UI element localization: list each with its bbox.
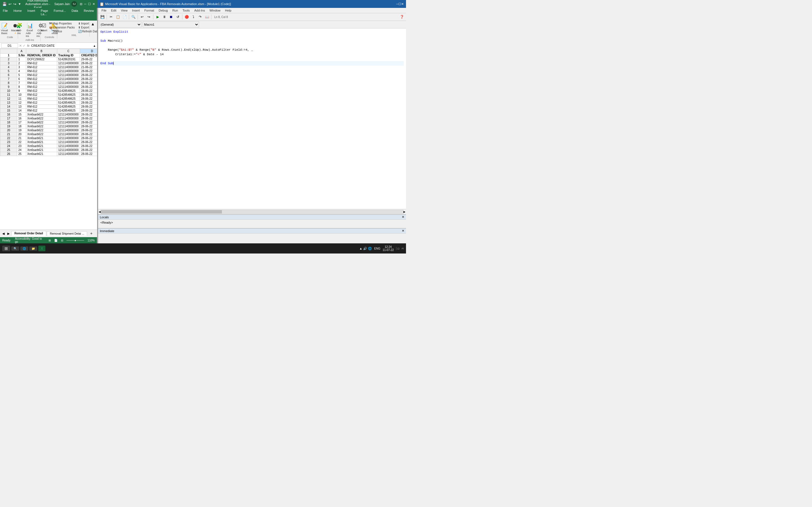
cell-B19[interactable]: Xm6sarb622: [26, 124, 57, 128]
expansion-packs-button[interactable]: 📦 Expansion Packs: [48, 25, 76, 29]
cell-A17[interactable]: 16: [17, 117, 26, 121]
cell-d1[interactable]: CREATED DATE: [80, 54, 97, 57]
ribbon-collapse-button[interactable]: ▲: [91, 22, 95, 26]
vba-help-btn[interactable]: ❓: [399, 14, 405, 20]
cell-B16[interactable]: Xm6sarb622: [26, 113, 57, 117]
cell-D5[interactable]: 28-06-22: [80, 69, 97, 73]
taskbar-explorer[interactable]: 📁: [29, 246, 37, 251]
close-icon[interactable]: ✕: [93, 2, 95, 6]
cell-A18[interactable]: 17: [17, 121, 26, 124]
vba-breakpoint-btn[interactable]: 🔴: [184, 14, 190, 20]
cell-A9[interactable]: 8: [17, 85, 26, 89]
vba-code-area[interactable]: Option Explicit Sub Macro1() Range("$A1:…: [98, 29, 406, 209]
vba-save-btn[interactable]: 💾: [99, 14, 105, 20]
cell-B24[interactable]: Xm6sarb621: [26, 144, 57, 148]
cell-A21[interactable]: 20: [17, 132, 26, 136]
cell-B15[interactable]: RM-612: [26, 109, 57, 113]
formula-confirm-icon[interactable]: ✓: [23, 44, 26, 48]
cell-D25[interactable]: 28-06-22: [80, 148, 97, 152]
insert-control-button[interactable]: ☑ Insert: [39, 22, 49, 35]
cell-C5[interactable]: 1211140000000: [57, 69, 80, 73]
immediate-close-icon[interactable]: ✕: [402, 229, 404, 233]
cell-C24[interactable]: 1211140000000: [57, 144, 80, 148]
cell-C22[interactable]: 1211140000000: [57, 136, 80, 140]
cell-view-icon[interactable]: ⊞: [49, 239, 51, 242]
hscroll-left[interactable]: ◀: [99, 210, 101, 213]
vba-close-icon[interactable]: ✕: [401, 2, 404, 6]
sheet-nav-left[interactable]: ◀: [1, 232, 6, 235]
vba-hscroll-bar[interactable]: ◀ ▶: [98, 209, 406, 214]
cell-C23[interactable]: 1211140000000: [57, 140, 80, 144]
name-box[interactable]: [1, 43, 18, 48]
minimize-icon[interactable]: ─: [84, 2, 86, 6]
vba-menu-insert[interactable]: Insert: [130, 8, 142, 13]
cell-C7[interactable]: 1211140000000: [57, 77, 80, 81]
cell-B6[interactable]: RM-612: [26, 73, 57, 77]
cell-B13[interactable]: RM-612: [26, 101, 57, 105]
immediate-content[interactable]: [98, 233, 406, 243]
cell-D6[interactable]: 28-06-22: [80, 73, 97, 77]
cell-A23[interactable]: 22: [17, 140, 26, 144]
cell-B3[interactable]: RM-612: [26, 61, 57, 65]
cell-A5[interactable]: 4: [17, 69, 26, 73]
zoom-slider[interactable]: ────●────: [66, 239, 84, 242]
cell-B20[interactable]: Xm6sarb622: [26, 128, 57, 132]
cell-C6[interactable]: 1211140000000: [57, 73, 80, 77]
cell-A11[interactable]: 10: [17, 93, 26, 97]
vba-minimize-icon[interactable]: ─: [396, 2, 398, 6]
cell-C10[interactable]: 51428548625: [57, 89, 80, 93]
col-header-a[interactable]: A: [17, 49, 26, 54]
cell-D14[interactable]: 28-06-22: [80, 105, 97, 109]
cell-D12[interactable]: 28-06-22: [80, 97, 97, 101]
cell-D17[interactable]: 28-06-22: [80, 117, 97, 121]
vba-menu-addins[interactable]: Add-Ins: [192, 8, 207, 13]
vba-step-into-btn[interactable]: ⤵: [190, 14, 197, 20]
visual-basic-button[interactable]: 📝 Visual Basic: [0, 22, 10, 35]
cell-c1[interactable]: Tracking ID: [57, 54, 80, 57]
tab-file[interactable]: File: [0, 8, 11, 20]
cell-D15[interactable]: 28-06-22: [80, 109, 97, 113]
cell-D16[interactable]: 28-06-22: [80, 113, 97, 117]
hscroll-track[interactable]: [101, 210, 403, 214]
cell-C26[interactable]: 1211140000000: [57, 152, 80, 156]
cell-C21[interactable]: 1211140000000: [57, 132, 80, 136]
cell-A4[interactable]: 3: [17, 65, 26, 69]
vba-reset-btn[interactable]: ↺: [175, 14, 181, 20]
hscroll-right[interactable]: ▶: [403, 210, 405, 213]
cell-C17[interactable]: 1211140000000: [57, 117, 80, 121]
cell-C16[interactable]: 1211140000000: [57, 113, 80, 117]
cell-D11[interactable]: 28-06-22: [80, 93, 97, 97]
cell-D2[interactable]: 29-06-22: [80, 57, 97, 61]
add-sheet-button[interactable]: ＋: [88, 230, 95, 237]
vba-stop-btn[interactable]: ⏹: [168, 14, 174, 20]
cell-B11[interactable]: RM-612: [26, 93, 57, 97]
cell-A24[interactable]: 23: [17, 144, 26, 148]
restore-down-icon[interactable]: ⊟: [80, 2, 82, 6]
cell-A16[interactable]: 15: [17, 113, 26, 117]
customize-icon[interactable]: ▼: [18, 2, 21, 6]
cell-C19[interactable]: 1211140000000: [57, 124, 80, 128]
vba-menu-edit[interactable]: Edit: [109, 8, 119, 13]
cell-C20[interactable]: 1211140000000: [57, 128, 80, 132]
cell-B18[interactable]: Xm6sarb622: [26, 121, 57, 124]
vba-cut-btn[interactable]: ✂: [108, 14, 114, 20]
vba-menu-file[interactable]: File: [99, 8, 109, 13]
vba-pause-btn[interactable]: ⏸: [161, 14, 167, 20]
vba-menu-format[interactable]: Format: [142, 8, 156, 13]
tab-formulas[interactable]: Formul...: [51, 8, 68, 20]
col-header-d[interactable]: D: [80, 49, 97, 54]
cell-D19[interactable]: 28-06-22: [80, 124, 97, 128]
cell-C14[interactable]: 51428548625: [57, 105, 80, 109]
vba-menu-debug[interactable]: Debug: [156, 8, 170, 13]
tab-data[interactable]: Data: [69, 8, 81, 20]
formula-collapse-icon[interactable]: ▲: [93, 44, 96, 47]
cell-b1[interactable]: REMOVAL ORDER ID: [26, 54, 57, 57]
cell-C15[interactable]: 51428548625: [57, 109, 80, 113]
cell-A22[interactable]: 21: [17, 136, 26, 140]
vba-general-select[interactable]: (General): [99, 21, 142, 27]
cell-B17[interactable]: Xm6sarb622: [26, 117, 57, 121]
cell-C9[interactable]: 1211140000000: [57, 85, 80, 89]
vba-macro-select[interactable]: Macro1: [143, 21, 199, 27]
cell-D13[interactable]: 28-06-22: [80, 101, 97, 105]
vba-find-btn[interactable]: 🔍: [130, 14, 137, 20]
